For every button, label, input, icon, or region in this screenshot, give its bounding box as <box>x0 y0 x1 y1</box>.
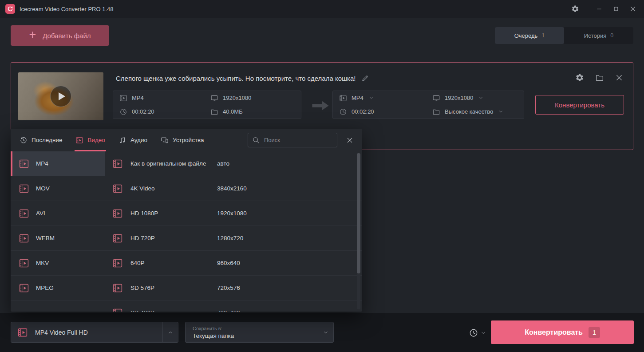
schedule-timer-control[interactable] <box>469 328 486 338</box>
file-title-row: Слепого щенка уже собирались усыпить. Но… <box>116 75 369 82</box>
window-controls <box>567 0 641 18</box>
tab-devices[interactable]: Устройства <box>161 129 204 151</box>
format-option-avi[interactable]: AVI <box>11 201 105 226</box>
format-label: WEBM <box>36 235 55 241</box>
play-icon[interactable] <box>50 86 71 107</box>
close-button[interactable] <box>624 0 641 18</box>
music-note-icon <box>119 136 126 144</box>
monitor-icon <box>210 94 218 102</box>
preset-option-480p[interactable]: SD 480P 720x480 <box>105 301 362 312</box>
preset-name: 4K Video <box>130 185 217 192</box>
preset-value: 1920x1080 <box>217 210 247 217</box>
source-format-value: MP4 <box>132 95 144 101</box>
remove-file-icon[interactable] <box>615 74 623 82</box>
film-icon <box>19 158 29 169</box>
preset-name: SD 480P <box>130 309 217 312</box>
file-settings-gear-icon[interactable] <box>575 73 584 82</box>
film-icon <box>19 208 29 219</box>
tab-queue[interactable]: Очередь 1 <box>495 27 564 44</box>
preset-option-original[interactable]: Как в оригинальном файле авто <box>105 151 362 176</box>
add-file-button[interactable]: + Добавить файл <box>11 25 109 46</box>
tab-queue-label: Очередь <box>514 32 538 39</box>
source-size-value: 40.0МБ <box>223 108 243 115</box>
output-settings-box: MP4 1920x1080 00:02:20 Высокое качество <box>332 91 524 119</box>
add-file-label: Добавить файл <box>43 32 91 40</box>
clock-icon <box>339 108 347 116</box>
preset-option-720p[interactable]: HD 720P 1280x720 <box>105 226 362 251</box>
format-option-mp4[interactable]: MP4 <box>11 151 105 176</box>
tab-history-label: История <box>584 32 606 39</box>
film-icon <box>17 327 28 338</box>
format-select-collapse[interactable] <box>162 322 178 342</box>
search-input[interactable] <box>248 133 337 147</box>
output-quality-dropdown[interactable]: Высокое качество <box>432 108 518 116</box>
popup-header: Последние Видео Аудио Устройства <box>11 129 362 151</box>
edit-title-icon[interactable] <box>361 75 369 82</box>
popup-close-button[interactable] <box>337 129 362 151</box>
app-logo-icon <box>5 4 15 14</box>
preset-value: 720x480 <box>217 309 240 312</box>
folder-icon <box>210 108 218 116</box>
video-thumbnail[interactable] <box>18 72 103 120</box>
history-icon <box>20 136 28 144</box>
save-location-select[interactable]: Сохранить в: Текущая папка <box>185 322 334 343</box>
format-label: AVI <box>36 210 45 217</box>
tab-history[interactable]: История 0 <box>564 27 633 44</box>
preset-list: Как в оригинальном файле авто 4K Video 3… <box>105 151 362 312</box>
preset-name: SD 576P <box>130 285 217 291</box>
preset-option-1080p[interactable]: HD 1080P 1920x1080 <box>105 201 362 226</box>
folder-icon <box>432 108 440 116</box>
save-to-value: Текущая папка <box>193 332 318 339</box>
tab-audio[interactable]: Аудио <box>119 129 147 151</box>
popup-scrollbar[interactable] <box>357 153 360 309</box>
save-select-expand[interactable] <box>318 322 333 342</box>
tab-audio-label: Аудио <box>130 137 147 143</box>
history-count-badge: 0 <box>610 32 613 39</box>
output-format-select[interactable]: MP4 Video Full HD <box>11 322 178 343</box>
format-option-mkv[interactable]: MKV <box>11 251 105 276</box>
convert-file-button[interactable]: Конвертировать <box>535 95 624 115</box>
timer-icon <box>469 328 478 338</box>
file-card-actions <box>575 73 623 82</box>
tab-recent[interactable]: Последние <box>20 129 62 151</box>
output-resolution-dropdown[interactable]: 1920x1080 <box>432 94 518 102</box>
open-folder-icon[interactable] <box>595 73 604 82</box>
output-duration: 00:02:20 <box>339 108 432 116</box>
maximize-button[interactable] <box>608 0 624 18</box>
scrollbar-thumb[interactable] <box>357 153 360 273</box>
source-format: MP4 <box>119 94 210 102</box>
format-label: MP4 <box>36 160 48 167</box>
output-format-dropdown[interactable]: MP4 <box>339 94 432 102</box>
tab-video-label: Видео <box>87 137 105 143</box>
preset-name: HD 1080P <box>130 210 217 217</box>
format-label: MOV <box>36 185 50 192</box>
chevron-down-icon <box>481 330 486 336</box>
preset-option-4k[interactable]: 4K Video 3840x2160 <box>105 176 362 201</box>
film-icon <box>19 283 29 293</box>
output-format-value: MP4 <box>352 95 363 101</box>
preset-option-640p[interactable]: 640P 960x640 <box>105 251 362 276</box>
selected-format-label: MP4 Video Full HD <box>35 329 162 336</box>
film-icon <box>112 308 123 312</box>
preset-name: HD 720P <box>130 235 217 241</box>
output-resolution-value: 1920x1080 <box>445 95 473 101</box>
preset-name: Как в оригинальном файле <box>130 160 217 167</box>
format-option-mpeg[interactable]: MPEG <box>11 276 105 301</box>
arrow-right-icon <box>311 100 330 111</box>
settings-gear-icon[interactable] <box>567 0 584 18</box>
film-icon <box>19 183 29 194</box>
source-duration-value: 00:02:20 <box>132 108 154 115</box>
convert-all-button[interactable]: Конвертировать 1 <box>491 320 634 344</box>
plus-icon: + <box>29 29 36 41</box>
film-icon <box>19 233 29 244</box>
format-option-webm[interactable]: WEBM <box>11 226 105 251</box>
monitor-icon <box>432 94 440 102</box>
format-option-mov[interactable]: MOV <box>11 176 105 201</box>
film-icon <box>339 94 347 102</box>
tab-video[interactable]: Видео <box>75 129 105 151</box>
save-to-label: Сохранить в: <box>193 326 318 331</box>
output-quality-value: Высокое качество <box>445 108 493 115</box>
minimize-button[interactable] <box>591 0 608 18</box>
preset-option-576p[interactable]: SD 576P 720x576 <box>105 276 362 301</box>
queue-history-tabs: Очередь 1 История 0 <box>495 27 633 44</box>
